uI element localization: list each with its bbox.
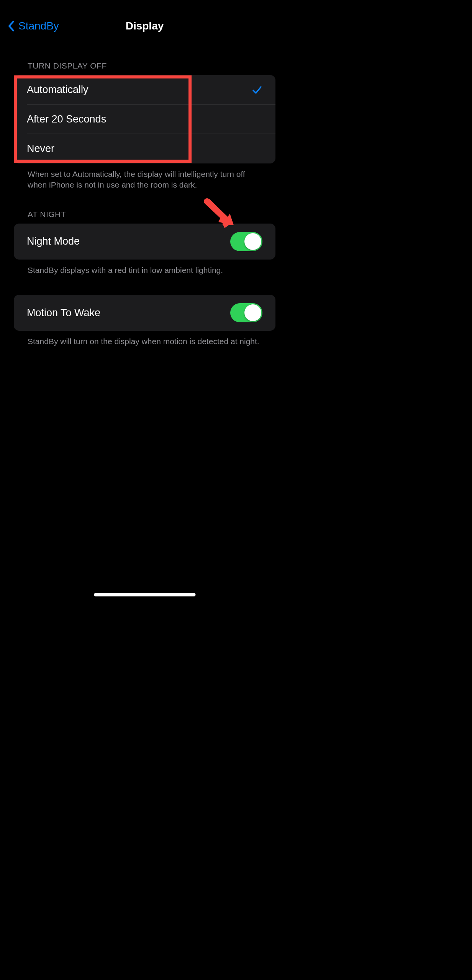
toggle-knob (244, 233, 261, 250)
toggle-knob (244, 304, 261, 321)
motion-to-wake-group: Motion To Wake (14, 295, 275, 331)
checkmark-icon (252, 85, 262, 95)
option-label: After 20 Seconds (27, 113, 106, 125)
night-mode-toggle[interactable] (230, 232, 262, 251)
option-never[interactable]: Never (14, 134, 275, 163)
motion-to-wake-footer: StandBy will turn on the display when mo… (28, 336, 262, 347)
motion-to-wake-section: Motion To Wake StandBy will turn on the … (14, 295, 275, 347)
back-button[interactable]: StandBy (8, 20, 59, 32)
option-label: Never (27, 143, 54, 155)
navigation-bar: StandBy Display (0, 0, 289, 42)
home-indicator[interactable] (94, 593, 195, 596)
at-night-section: AT NIGHT Night Mode StandBy displays wit… (14, 210, 275, 276)
motion-to-wake-label: Motion To Wake (27, 307, 100, 319)
turn-display-off-section: TURN DISPLAY OFF Automatically After 20 … (14, 61, 275, 191)
option-automatically[interactable]: Automatically (14, 75, 275, 105)
motion-to-wake-toggle[interactable] (230, 303, 262, 322)
section-header-at-night: AT NIGHT (28, 210, 275, 219)
page-title: Display (126, 20, 164, 32)
night-mode-row[interactable]: Night Mode (14, 224, 275, 260)
night-mode-label: Night Mode (27, 235, 80, 247)
night-mode-group: Night Mode (14, 224, 275, 260)
chevron-left-icon (8, 20, 15, 32)
section-header-turn-display-off: TURN DISPLAY OFF (28, 61, 275, 70)
back-label: StandBy (18, 20, 59, 32)
night-mode-footer: StandBy displays with a red tint in low … (28, 265, 262, 276)
option-after-20-seconds[interactable]: After 20 Seconds (14, 105, 275, 134)
turn-display-off-footer: When set to Automatically, the display w… (28, 169, 262, 191)
motion-to-wake-row[interactable]: Motion To Wake (14, 295, 275, 331)
option-label: Automatically (27, 84, 88, 96)
turn-display-off-group: Automatically After 20 Seconds Never (14, 75, 275, 163)
